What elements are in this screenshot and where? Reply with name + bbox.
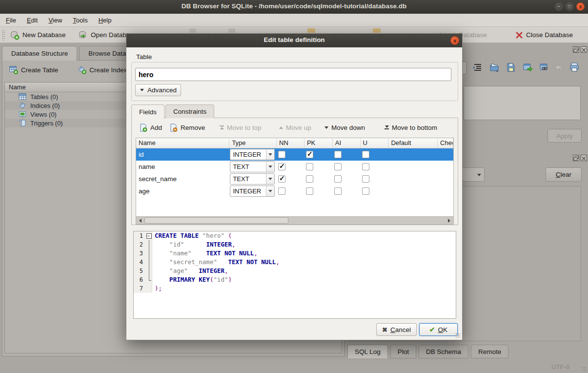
column-header-type[interactable]: Type xyxy=(229,138,277,148)
pk-checkbox[interactable] xyxy=(306,151,313,158)
close-button-icon[interactable]: x xyxy=(576,2,585,11)
tab-plot[interactable]: Plot xyxy=(390,345,416,358)
ai-checkbox[interactable] xyxy=(334,163,342,170)
fold-gutter xyxy=(145,275,152,284)
add-icon xyxy=(139,124,147,132)
sql-preview[interactable]: 1CREATE TABLE "hero" (2 "id" INTEGER,3 "… xyxy=(133,231,456,319)
default-cell[interactable] xyxy=(388,148,438,161)
menu-tools[interactable]: Tools xyxy=(73,17,87,24)
column-header-name[interactable]: Name xyxy=(136,138,229,148)
print-icon[interactable] xyxy=(569,62,581,74)
horizontal-scrollbar[interactable] xyxy=(136,216,453,224)
move-to-bottom-button[interactable]: Move to bottom xyxy=(385,121,437,134)
dock-float-icon[interactable] xyxy=(573,155,579,161)
dialog-titlebar[interactable]: Edit table definition x xyxy=(126,34,462,47)
maximize-button-icon[interactable]: □ xyxy=(566,2,574,11)
check-cell[interactable] xyxy=(438,185,453,197)
nn-checkbox[interactable] xyxy=(278,187,285,195)
default-cell[interactable] xyxy=(388,161,438,173)
table-name-input[interactable] xyxy=(135,68,451,81)
close-database-button[interactable]: Close Database xyxy=(515,29,573,41)
scroll-right-icon[interactable] xyxy=(445,217,453,224)
u-checkbox[interactable] xyxy=(362,163,369,170)
u-checkbox[interactable] xyxy=(362,175,369,183)
check-cell[interactable] xyxy=(438,173,453,185)
column-header-check[interactable]: Check xyxy=(438,138,453,148)
scrollbar-thumb[interactable] xyxy=(144,217,288,224)
move-up-button[interactable]: Move up xyxy=(279,121,311,134)
add-field-button[interactable]: Add xyxy=(139,121,162,134)
menu-help[interactable]: Help xyxy=(99,17,112,24)
create-index-button[interactable]: Create Index xyxy=(78,65,127,74)
field-row[interactable]: secret_name TEXT xyxy=(136,173,453,185)
pk-checkbox[interactable] xyxy=(306,163,313,170)
column-header-ai[interactable]: AI xyxy=(333,138,361,148)
column-header-pk[interactable]: PK xyxy=(304,138,333,148)
create-table-button[interactable]: Create Table xyxy=(9,65,58,74)
check-cell[interactable] xyxy=(438,161,453,173)
move-to-top-button[interactable]: Move to top xyxy=(220,121,262,134)
dialog-resize-grip[interactable] xyxy=(455,333,460,338)
dock-close-icon[interactable] xyxy=(581,46,587,53)
default-cell[interactable] xyxy=(388,185,438,197)
menu-edit[interactable]: Edit xyxy=(27,17,38,24)
window-resize-grip[interactable] xyxy=(582,367,587,372)
remove-field-button[interactable]: Remove xyxy=(169,121,205,134)
sql-line: 1CREATE TABLE "hero" ( xyxy=(134,231,456,240)
type-combobox[interactable]: INTEGER xyxy=(230,186,275,197)
column-header-u[interactable]: U xyxy=(361,138,389,148)
menu-view[interactable]: View xyxy=(48,17,62,24)
format-sql-icon[interactable] xyxy=(472,62,484,74)
open-sql-file-icon[interactable] xyxy=(489,62,501,74)
move-down-button[interactable]: Move down xyxy=(324,121,365,134)
new-database-button[interactable]: New Database xyxy=(10,29,66,41)
save-sql-file-icon[interactable] xyxy=(506,62,517,74)
field-row[interactable]: age INTEGER xyxy=(136,185,453,197)
dock-float-icon[interactable] xyxy=(573,46,579,53)
column-header-nn[interactable]: NN xyxy=(277,138,304,148)
dialog-close-icon[interactable]: x xyxy=(450,36,459,45)
tab-sql-log[interactable]: SQL Log xyxy=(347,345,388,358)
minimize-button-icon[interactable]: − xyxy=(555,2,563,11)
default-cell[interactable] xyxy=(388,173,438,185)
cancel-button[interactable]: ✖ Cancel xyxy=(376,323,417,336)
check-cell[interactable] xyxy=(438,148,453,161)
advanced-button[interactable]: Advanced xyxy=(135,84,181,96)
tab-db-schema[interactable]: DB Schema xyxy=(419,345,468,358)
u-checkbox[interactable] xyxy=(362,151,369,158)
nn-checkbox[interactable] xyxy=(278,163,285,170)
pk-checkbox[interactable] xyxy=(306,187,313,195)
field-row[interactable]: name TEXT xyxy=(136,161,453,173)
chevron-down-icon xyxy=(140,89,144,91)
table-icon xyxy=(19,93,26,101)
menu-file[interactable]: File xyxy=(6,17,16,24)
tab-database-structure[interactable]: Database Structure xyxy=(2,46,77,61)
field-row[interactable]: id INTEGER xyxy=(136,148,453,161)
toolbar-drag-handle[interactable] xyxy=(2,30,5,41)
link-icon[interactable] xyxy=(539,62,550,74)
create-table-icon xyxy=(9,65,18,74)
clear-log-button[interactable]: Clear xyxy=(546,167,582,182)
u-checkbox[interactable] xyxy=(362,187,369,195)
tab-constraints[interactable]: Constraints xyxy=(165,104,214,118)
tab-remote[interactable]: Remote xyxy=(471,345,508,358)
column-header-default[interactable]: Default xyxy=(388,138,438,148)
execute-sql-icon[interactable] xyxy=(522,62,534,74)
dock-close-icon[interactable] xyxy=(581,155,587,161)
record-icon[interactable] xyxy=(554,62,566,74)
pk-checkbox[interactable] xyxy=(306,175,313,183)
apply-button[interactable]: Apply xyxy=(547,129,582,143)
open-database-icon xyxy=(78,30,88,40)
scroll-left-icon[interactable] xyxy=(136,217,144,224)
ai-checkbox[interactable] xyxy=(334,187,342,195)
type-combobox[interactable]: TEXT xyxy=(230,173,275,185)
type-combobox[interactable]: INTEGER xyxy=(230,149,275,160)
nn-checkbox[interactable] xyxy=(278,175,285,183)
nn-checkbox[interactable] xyxy=(278,151,285,158)
ai-checkbox[interactable] xyxy=(334,151,342,158)
tab-fields[interactable]: Fields xyxy=(131,104,164,119)
ok-button[interactable]: ✔ OK xyxy=(419,323,458,336)
fold-marker-icon[interactable] xyxy=(145,231,152,240)
ai-checkbox[interactable] xyxy=(334,175,342,183)
type-combobox[interactable]: TEXT xyxy=(230,161,275,172)
